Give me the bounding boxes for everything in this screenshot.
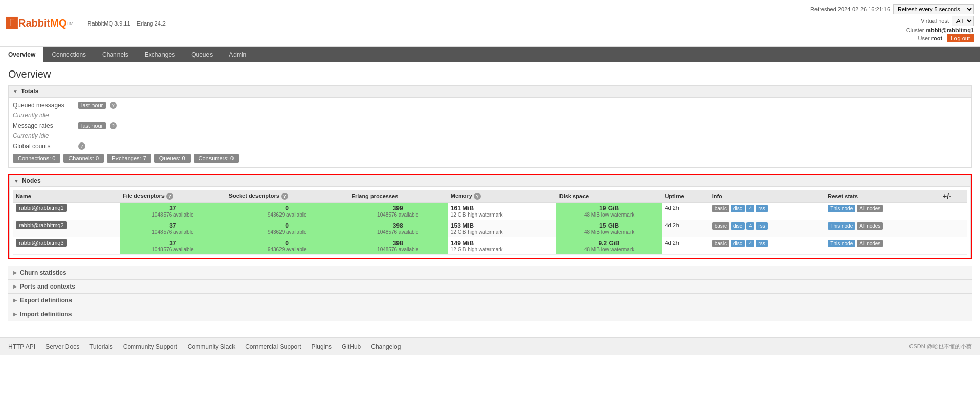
erlang-sub: 1048576 available [352,212,445,218]
export-definitions-section: ▶ Export definitions [8,293,972,307]
channels-count[interactable]: Channels: 0 [63,154,104,163]
uptime-value: 4d 2h [665,240,679,246]
col-reset: Reset stats [825,190,940,203]
col-uptime: Uptime [662,190,709,203]
memory-main: 161 MiB [451,205,553,212]
memory-sub: 12 GiB high watermark [451,212,553,218]
nav-overview[interactable]: Overview [0,47,43,62]
counts-row: Connections: 0 Channels: 0 Exchanges: 7 … [13,154,967,163]
badge-rss[interactable]: rss [756,240,767,247]
global-counts-row: Global counts ? [13,142,967,150]
badge-disc[interactable]: disc [731,222,745,230]
nav-admin[interactable]: Admin [221,47,254,62]
badge-disc[interactable]: disc [731,205,745,212]
erlang-sub: 1048576 available [352,229,445,235]
badge-num[interactable]: 4 [746,240,755,247]
totals-header[interactable]: ▼ Totals [8,85,972,97]
import-label: Import definitions [20,311,72,318]
churn-statistics-header[interactable]: ▶ Churn statistics [8,266,972,279]
badge-rss[interactable]: rss [756,222,767,230]
export-definitions-header[interactable]: ▶ Export definitions [8,293,972,307]
import-definitions-section: ▶ Import definitions [8,307,972,321]
footer-server-docs[interactable]: Server Docs [45,343,79,350]
badge-disc[interactable]: disc [731,240,745,247]
footer-tutorials[interactable]: Tutorials [89,343,113,350]
badge-num[interactable]: 4 [746,222,755,230]
nodes-label: Nodes [22,177,41,184]
file-desc-cell: 37 1048576 available [120,220,226,237]
node-name-badge: rabbit@rabbitmq2 [16,221,67,229]
badge-basic[interactable]: basic [712,222,729,230]
logout-button[interactable]: Log out [947,34,974,42]
badge-basic[interactable]: basic [712,240,729,247]
badge-rss[interactable]: rss [756,205,767,212]
footer-plugins[interactable]: Plugins [312,343,332,350]
vhost-area: Virtual host All [810,16,974,26]
reset-this-node[interactable]: This node [828,240,855,247]
footer-community-support[interactable]: Community Support [123,343,177,350]
footer-commercial-support[interactable]: Commercial Support [245,343,301,350]
exchanges-count[interactable]: Exchanges: 7 [107,154,151,163]
footer-watermark: CSDN @哈也不懂的小蔡 [909,343,972,350]
footer-changelog[interactable]: Changelog [371,343,401,350]
footer-github[interactable]: GitHub [342,343,361,350]
memory-main: 153 MiB [451,222,553,229]
global-counts-help-icon[interactable]: ? [78,142,85,150]
disk-main: 15 GiB [559,222,659,229]
footer: HTTP API Server Docs Tutorials Community… [0,337,980,355]
reset-this-node[interactable]: This node [828,222,855,230]
badge-num[interactable]: 4 [746,205,755,212]
erlang-cell: 399 1048576 available [348,203,448,220]
footer-http-api[interactable]: HTTP API [8,343,35,350]
import-tri: ▶ [13,312,17,317]
cluster-info: Cluster rabbit@rabbitmq1 [810,27,974,33]
nodes-table: Name File descriptors ? Socket descripto… [13,190,967,255]
connections-count[interactable]: Connections: 0 [13,154,60,163]
reset-this-node[interactable]: This node [828,205,855,212]
ports-contexts-header[interactable]: ▶ Ports and contexts [8,279,972,293]
queued-help-icon[interactable]: ? [110,102,117,109]
reset-all-nodes[interactable]: All nodes [857,205,883,212]
user-info: User root Log out [810,34,974,42]
badge-basic[interactable]: basic [712,205,729,212]
footer-community-slack[interactable]: Community Slack [188,343,235,350]
queues-count[interactable]: Queues: 0 [154,154,191,163]
table-row: rabbit@rabbitmq1 37 1048576 available 0 … [13,203,967,220]
nodes-header[interactable]: ▼ Nodes [9,175,971,186]
cluster-name: rabbit@rabbitmq1 [926,27,974,33]
ports-contexts-section: ▶ Ports and contexts [8,279,972,293]
file-desc-help[interactable]: ? [166,193,173,200]
nav-exchanges[interactable]: Exchanges [136,47,183,62]
col-plus-minus[interactable]: +/- [940,190,967,203]
node-name-cell: rabbit@rabbitmq2 [13,220,120,237]
top-right-info: Refreshed 2024-02-26 16:21:16 Refresh ev… [810,4,974,42]
memory-cell: 153 MiB 12 GiB high watermark [448,220,556,237]
vhost-label: Virtual host [921,18,949,24]
nav-queues[interactable]: Queues [183,47,221,62]
file-desc-sub: 1048576 available [123,247,223,252]
nav-connections[interactable]: Connections [43,47,94,62]
user-name: root [931,35,942,41]
memory-main: 149 MiB [451,240,553,247]
vhost-select[interactable]: All [952,16,974,26]
socket-desc-help[interactable]: ? [281,193,288,200]
reset-all-nodes[interactable]: All nodes [857,222,883,230]
uptime-value: 4d 2h [665,205,679,211]
totals-body: Queued messages last hour ? Currently id… [8,97,972,168]
logo: 🅴 RabbitMQTM [6,17,73,30]
memory-cell: 149 MiB 12 GiB high watermark [448,237,556,255]
reset-cell: This node All nodes [825,220,940,237]
import-definitions-header[interactable]: ▶ Import definitions [8,307,972,321]
message-rates-help-icon[interactable]: ? [110,122,117,129]
node-name-cell: rabbit@rabbitmq3 [13,237,120,255]
col-file-desc: File descriptors ? [120,190,226,203]
cluster-label: Cluster [906,27,924,33]
socket-desc-sub: 943629 available [229,247,345,252]
reset-all-nodes[interactable]: All nodes [857,240,883,247]
consumers-count[interactable]: Consumers: 0 [194,154,239,163]
nav-channels[interactable]: Channels [94,47,136,62]
memory-help[interactable]: ? [474,193,481,200]
erlang-version: Erlang 24.2 [137,20,166,27]
col-disk: Disk space [556,190,662,203]
refresh-select[interactable]: Refresh every 5 seconds Refresh every 10… [893,4,974,14]
